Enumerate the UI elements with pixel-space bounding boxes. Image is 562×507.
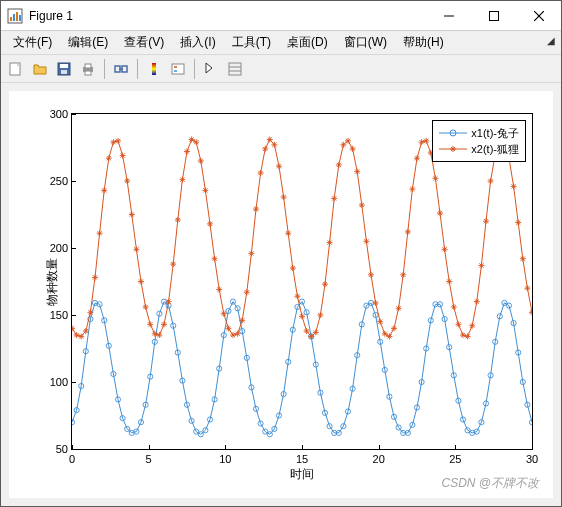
svg-rect-1 <box>10 17 12 21</box>
legend-swatch-1 <box>439 126 467 140</box>
minimize-button[interactable] <box>426 1 471 30</box>
legend-item-1: x1(t)-兔子 <box>439 125 519 141</box>
x-tick-label: 20 <box>373 453 385 465</box>
x-tick-label: 30 <box>526 453 538 465</box>
menu-insert[interactable]: 插入(I) <box>172 32 223 53</box>
toolbar-separator <box>194 59 195 79</box>
menu-tools[interactable]: 工具(T) <box>224 32 279 53</box>
link-plot-button[interactable] <box>110 58 132 80</box>
save-button[interactable] <box>53 58 75 80</box>
legend[interactable]: x1(t)-兔子 x2(t)-狐狸 <box>432 120 526 162</box>
x-tick-label: 10 <box>219 453 231 465</box>
svg-rect-4 <box>19 15 21 21</box>
maximize-button[interactable] <box>471 1 516 30</box>
y-tick-label: 250 <box>50 175 68 187</box>
svg-rect-20 <box>152 63 156 75</box>
menu-view[interactable]: 查看(V) <box>116 32 172 53</box>
svg-rect-24 <box>229 63 241 75</box>
x-tick-label: 15 <box>296 453 308 465</box>
menu-dropdown-icon[interactable]: ◢ <box>547 35 555 46</box>
new-figure-button[interactable] <box>5 58 27 80</box>
open-button[interactable] <box>29 58 51 80</box>
x-tick-label: 5 <box>146 453 152 465</box>
legend-item-2: x2(t)-狐狸 <box>439 141 519 157</box>
insert-legend-button[interactable] <box>167 58 189 80</box>
y-tick-label: 100 <box>50 376 68 388</box>
axes: 物种数量 时间 x1(t)-兔子 x2(t)-狐狸 50100150200250… <box>71 113 533 450</box>
figure-canvas[interactable]: 物种数量 时间 x1(t)-兔子 x2(t)-狐狸 50100150200250… <box>1 83 561 506</box>
y-tick-label: 50 <box>56 443 68 455</box>
toolbar <box>1 55 561 83</box>
menu-desktop[interactable]: 桌面(D) <box>279 32 336 53</box>
svg-rect-13 <box>61 70 67 74</box>
svg-rect-2 <box>13 14 15 21</box>
legend-label-1: x1(t)-兔子 <box>471 126 519 141</box>
print-button[interactable] <box>77 58 99 80</box>
y-tick-label: 200 <box>50 242 68 254</box>
plot-surface: 物种数量 时间 x1(t)-兔子 x2(t)-狐狸 50100150200250… <box>9 91 553 498</box>
x-tick-label: 25 <box>449 453 461 465</box>
open-property-inspector-button[interactable] <box>224 58 246 80</box>
insert-colorbar-button[interactable] <box>143 58 165 80</box>
svg-rect-15 <box>85 64 91 68</box>
legend-swatch-2 <box>439 142 467 156</box>
toolbar-separator <box>104 59 105 79</box>
y-tick-label: 300 <box>50 108 68 120</box>
legend-label-2: x2(t)-狐狸 <box>471 142 519 157</box>
y-tick-label: 150 <box>50 309 68 321</box>
menu-help[interactable]: 帮助(H) <box>395 32 452 53</box>
menu-file[interactable]: 文件(F) <box>5 32 60 53</box>
window-title: Figure 1 <box>29 9 426 23</box>
svg-rect-16 <box>85 71 91 75</box>
svg-rect-12 <box>60 64 68 68</box>
svg-rect-6 <box>489 11 498 20</box>
close-button[interactable] <box>516 1 561 30</box>
titlebar[interactable]: Figure 1 <box>1 1 561 31</box>
x-tick-label: 0 <box>69 453 75 465</box>
plot-svg <box>72 114 532 449</box>
figure-window: Figure 1 文件(F) 编辑(E) 查看(V) 插入(I) 工具(T) 桌… <box>0 0 562 507</box>
svg-rect-21 <box>172 64 184 74</box>
menu-window[interactable]: 窗口(W) <box>336 32 395 53</box>
edit-plot-button[interactable] <box>200 58 222 80</box>
app-icon <box>7 8 23 24</box>
toolbar-separator <box>137 59 138 79</box>
watermark: CSDN @不牌不改 <box>441 475 539 492</box>
svg-rect-3 <box>16 12 18 21</box>
y-axis-label: 物种数量 <box>44 258 61 306</box>
x-axis-label: 时间 <box>290 466 314 483</box>
menu-edit[interactable]: 编辑(E) <box>60 32 116 53</box>
menubar: 文件(F) 编辑(E) 查看(V) 插入(I) 工具(T) 桌面(D) 窗口(W… <box>1 31 561 55</box>
